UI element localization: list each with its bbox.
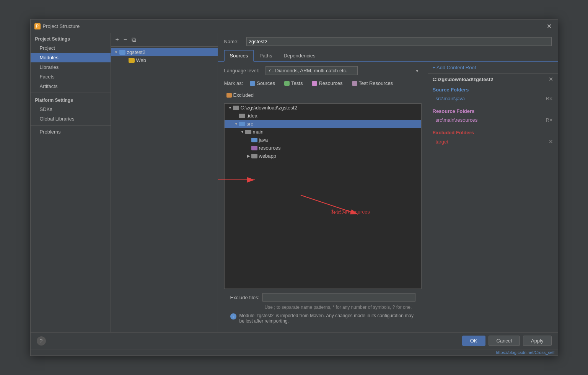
- name-label: Name:: [224, 39, 243, 44]
- excluded-folders-section: Excluded Folders target ✕: [428, 127, 558, 148]
- project-settings-header: Project Settings: [31, 33, 111, 43]
- file-tree-wrapper: ▼ C:\zgs\download\zgstest2 .idea: [224, 103, 422, 289]
- ftree-item-src[interactable]: ▼ src: [225, 120, 421, 128]
- mark-tag-tests[interactable]: Tests: [282, 80, 305, 87]
- main-content: Name: Sources Paths Dependencies Languag…: [218, 33, 558, 332]
- exclude-label: Exclude files:: [230, 295, 260, 300]
- module-tree: ▼ zgstest2 Web: [111, 47, 218, 332]
- resource-folder-rx-btn[interactable]: R✕: [546, 117, 553, 123]
- language-level-select[interactable]: 7 - Diamonds, ARM, multi-catch etc.: [265, 66, 358, 75]
- url-bar: https://blog.csdn.net/Cross_self: [31, 349, 558, 355]
- resources-color-box: [312, 81, 317, 86]
- folder-icon-resources: [251, 146, 257, 150]
- mark-tag-excluded[interactable]: Excluded: [224, 91, 256, 99]
- dialog-title: Project Structure: [43, 23, 544, 29]
- folder-icon-root: [233, 106, 239, 110]
- exclude-input[interactable]: [262, 293, 415, 302]
- sources-color-box: [250, 81, 255, 86]
- folder-icon: [119, 50, 125, 55]
- excluded-color-box: [226, 93, 232, 98]
- source-folders-section: Source Folders src\main\java R✕: [428, 84, 558, 105]
- module-tree-item-zgstest2[interactable]: ▼ zgstest2: [111, 48, 218, 56]
- folder-icon-main: [245, 130, 251, 134]
- folder-icon-idea: [239, 114, 245, 118]
- excluded-folder-x-btn[interactable]: ✕: [549, 139, 553, 145]
- sidebar-item-facets[interactable]: Facets: [31, 72, 111, 82]
- language-level-select-wrapper: 7 - Diamonds, ARM, multi-catch etc.: [265, 66, 422, 75]
- right-panel: + Add Content Root C:\zgs\download\zgste…: [428, 62, 558, 332]
- close-button[interactable]: ✕: [544, 22, 554, 31]
- ftree-item-webapp[interactable]: ▶ webapp: [225, 152, 421, 160]
- mark-tag-resources[interactable]: Resources: [309, 80, 345, 87]
- ftree-item-idea[interactable]: .idea: [225, 112, 421, 120]
- tab-paths[interactable]: Paths: [254, 50, 278, 62]
- bottom-area: Exclude files: Use ; to separate name pa…: [224, 289, 422, 328]
- tree-arrow: ▼: [114, 50, 119, 54]
- content-root-close[interactable]: ✕: [549, 76, 553, 82]
- module-toolbar: + − ⧉: [111, 33, 218, 47]
- resource-folders-section: Resource Folders src\main\resources R✕: [428, 105, 558, 127]
- sidebar-item-modules[interactable]: Modules: [31, 53, 111, 62]
- hint-text: Use ; to separate name patterns, * for a…: [230, 305, 415, 310]
- ftree-item-resources[interactable]: resources: [225, 144, 421, 152]
- folder-icon-java: [251, 138, 257, 142]
- source-folders-label: Source Folders: [433, 87, 553, 93]
- dialog-icon: P: [34, 23, 41, 29]
- folder-icon-webapp: [251, 154, 257, 158]
- cancel-button[interactable]: Cancel: [489, 336, 520, 346]
- mark-as-row: Mark as: Sources Tests Resources: [224, 80, 422, 99]
- sidebar-item-problems[interactable]: Problems: [31, 127, 111, 137]
- tab-dependencies[interactable]: Dependencies: [278, 50, 321, 62]
- mark-tag-test-resources[interactable]: Test Resources: [350, 80, 396, 87]
- excluded-folders-label: Excluded Folders: [433, 130, 553, 135]
- web-folder-icon: [129, 58, 135, 63]
- resource-folders-label: Resource Folders: [433, 108, 553, 114]
- content-area: Language level: 7 - Diamonds, ARM, multi…: [218, 62, 558, 332]
- sidebar-item-sdks[interactable]: SDKs: [31, 104, 111, 114]
- source-folder-item-java: src\main\java R✕: [433, 95, 553, 102]
- sidebar-item-global-libraries[interactable]: Global Libraries: [31, 114, 111, 124]
- folder-icon-src: [239, 122, 245, 126]
- ftree-item-java[interactable]: java: [225, 136, 421, 144]
- ok-button[interactable]: OK: [462, 336, 485, 346]
- sidebar-item-libraries[interactable]: Libraries: [31, 62, 111, 72]
- sidebar-item-project[interactable]: Project: [31, 43, 111, 53]
- info-icon: i: [230, 313, 236, 320]
- right-panel-header: + Add Content Root: [428, 62, 558, 74]
- help-button[interactable]: ?: [37, 336, 46, 346]
- dialog-footer: ? OK Cancel Apply: [31, 332, 558, 349]
- excluded-folder-item: target ✕: [433, 138, 553, 145]
- mark-tag-sources[interactable]: Sources: [248, 80, 277, 87]
- name-row: Name:: [218, 33, 558, 50]
- file-tree: ▼ C:\zgs\download\zgstest2 .idea: [224, 103, 422, 289]
- info-text: Module 'zgstest2' is imported from Maven…: [239, 313, 415, 324]
- sidebar-item-artifacts[interactable]: Artifacts: [31, 82, 111, 91]
- tabs-row: Sources Paths Dependencies: [218, 50, 558, 62]
- sidebar-divider: [31, 93, 111, 93]
- ftree-item-root[interactable]: ▼ C:\zgs\download\zgstest2: [225, 104, 421, 112]
- remove-module-button[interactable]: −: [122, 36, 129, 44]
- exclude-row: Exclude files:: [230, 293, 415, 302]
- tab-sources[interactable]: Sources: [224, 50, 254, 62]
- sources-panel: Language level: 7 - Diamonds, ARM, multi…: [218, 62, 428, 332]
- project-structure-dialog: P Project Structure ✕ Project Settings P…: [30, 19, 558, 356]
- add-module-button[interactable]: +: [114, 36, 121, 44]
- ftree-item-main[interactable]: ▼ main: [225, 128, 421, 136]
- dialog-body: Project Settings Project Modules Librari…: [31, 33, 558, 332]
- name-input[interactable]: [246, 37, 552, 46]
- content-root-title: C:\zgs\download\zgstest2 ✕: [428, 74, 558, 84]
- source-folder-rx-btn[interactable]: R✕: [546, 96, 553, 101]
- copy-module-button[interactable]: ⧉: [130, 36, 137, 44]
- sidebar: Project Settings Project Modules Librari…: [31, 33, 111, 332]
- apply-button[interactable]: Apply: [523, 336, 552, 346]
- module-tree-item-web[interactable]: Web: [111, 56, 218, 64]
- info-row: i Module 'zgstest2' is imported from Mav…: [230, 313, 415, 324]
- add-content-root-button[interactable]: + Add Content Root: [433, 65, 476, 70]
- footer-left: ?: [37, 336, 459, 346]
- sidebar-divider-2: [31, 125, 111, 126]
- title-bar: P Project Structure ✕: [31, 20, 558, 33]
- language-level-row: Language level: 7 - Diamonds, ARM, multi…: [224, 66, 422, 75]
- module-panel: + − ⧉ ▼ zgstest2 Web: [111, 33, 218, 332]
- resource-folder-item: src\main\resources R✕: [433, 116, 553, 124]
- tests-color-box: [284, 81, 290, 86]
